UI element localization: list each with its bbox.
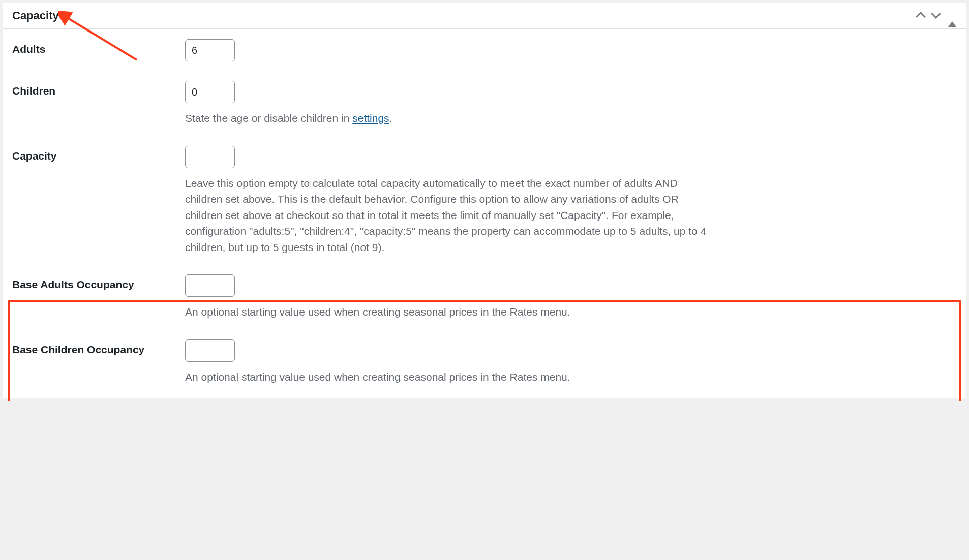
field-capacity: Leave this option empty to calculate tot… <box>185 146 957 256</box>
panel-controls <box>917 10 957 22</box>
row-base-children: Base Children Occupancy An optional star… <box>12 339 957 385</box>
move-up-icon[interactable] <box>917 10 924 22</box>
input-capacity[interactable] <box>185 146 235 168</box>
field-adults <box>185 39 957 61</box>
settings-link[interactable]: settings <box>352 112 389 124</box>
row-base-adults: Base Adults Occupancy An optional starti… <box>12 274 957 320</box>
help-children: State the age or disable children in set… <box>185 110 714 127</box>
field-base-children: An optional starting value used when cre… <box>185 339 957 385</box>
panel-header: Capacity <box>3 3 966 29</box>
label-base-adults: Base Adults Occupancy <box>12 274 185 291</box>
input-children[interactable] <box>185 81 235 103</box>
help-capacity: Leave this option empty to calculate tot… <box>185 175 714 256</box>
input-adults[interactable] <box>185 39 235 61</box>
row-children: Children State the age or disable childr… <box>12 81 957 127</box>
row-capacity: Capacity Leave this option empty to calc… <box>12 146 957 256</box>
help-children-prefix: State the age or disable children in <box>185 112 352 124</box>
input-base-children[interactable] <box>185 339 235 362</box>
help-children-suffix: . <box>389 112 392 124</box>
label-base-children: Base Children Occupancy <box>12 339 185 356</box>
toggle-icon[interactable] <box>948 11 957 21</box>
help-base-adults: An optional starting value used when cre… <box>185 304 714 320</box>
panel-body: Adults Children State the age or disable… <box>3 29 966 398</box>
field-base-adults: An optional starting value used when cre… <box>185 274 957 320</box>
input-base-adults[interactable] <box>185 274 235 297</box>
capacity-panel: Capacity Adults Children State <box>3 3 966 398</box>
field-children: State the age or disable children in set… <box>185 81 957 127</box>
panel-title: Capacity <box>12 9 59 22</box>
label-capacity: Capacity <box>12 146 185 162</box>
label-children: Children <box>12 81 185 97</box>
move-down-icon[interactable] <box>932 10 940 22</box>
row-adults: Adults <box>12 39 957 61</box>
label-adults: Adults <box>12 39 185 55</box>
help-base-children: An optional starting value used when cre… <box>185 369 714 385</box>
